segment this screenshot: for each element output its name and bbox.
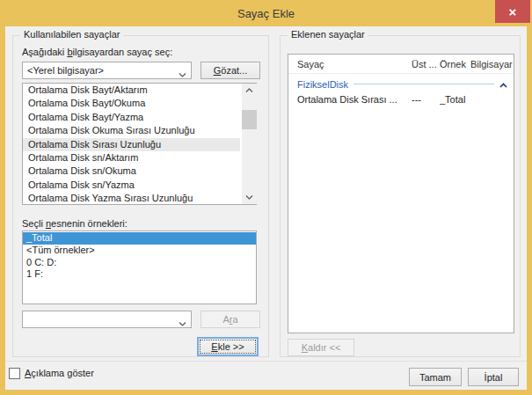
counter-list-item[interactable]: Ortalama Disk sn/Okuma: [23, 165, 240, 178]
column-header-computer[interactable]: Bilgisayar: [470, 59, 514, 69]
instances-label: Seçli nesnenin örnekleri:: [22, 218, 128, 229]
instance-list-item[interactable]: <Tüm örnekler>: [23, 245, 256, 257]
counters-listbox[interactable]: Ortalama Disk Bayt/AktarımOrtalama Disk …: [22, 83, 257, 205]
instance-list-item[interactable]: 1 F:: [23, 268, 256, 281]
scroll-down-icon[interactable]: [242, 191, 257, 204]
title-bar[interactable]: Sayaç Ekle ×: [0, 0, 532, 26]
computer-combobox-value: <Yerel bilgisayar>: [27, 65, 104, 76]
browse-button[interactable]: Gözat...: [200, 62, 260, 79]
added-counters-group: Eklenen sayaçlar Sayaç Üst ... Örnek Bil…: [280, 35, 521, 357]
add-button[interactable]: Ekle >>: [197, 337, 259, 356]
scrollbar-thumb[interactable]: [242, 110, 257, 129]
counter-list-item[interactable]: Ortalama Disk Bayt/Yazma: [23, 111, 240, 124]
counter-list-item[interactable]: Ortalama Disk Okuma Sırası Uzunluğu: [23, 124, 240, 137]
cell-parent: ---: [412, 94, 440, 105]
column-header-parent[interactable]: Üst ...: [412, 59, 440, 69]
close-icon: ×: [509, 5, 517, 18]
select-computer-label: Aşağıdaki bilgisayardan sayaç seç:: [22, 47, 172, 57]
counter-list-item[interactable]: Ortalama Disk Bayt/Aktarım: [23, 84, 240, 97]
footer-divider: [5, 361, 527, 362]
table-row[interactable]: Ortalama Disk Sırası ... --- _Total: [288, 91, 514, 106]
group-rule: [353, 84, 494, 84]
chevron-down-icon: [179, 318, 186, 328]
column-header-instance[interactable]: Örnek: [440, 59, 470, 69]
counter-list-item[interactable]: Ortalama Disk Bayt/Okuma: [23, 97, 240, 110]
chevron-down-icon: [179, 69, 186, 79]
dialog-content: Kullanılabilen sayaçlar Aşağıdaki bilgis…: [5, 26, 527, 390]
counter-list-item[interactable]: Ortalama Disk sn/Aktarım: [23, 151, 240, 165]
counter-list-item[interactable]: Ortalama Disk sn/Yazma: [23, 179, 240, 192]
show-description-label: Açıklama göster: [25, 368, 94, 378]
table-header-row: Sayaç Üst ... Örnek Bilgisayar: [288, 55, 514, 74]
remove-button[interactable]: Kaldır <<: [288, 339, 354, 356]
cell-counter: Ortalama Disk Sırası ...: [297, 94, 412, 105]
computer-combobox[interactable]: <Yerel bilgisayar>: [22, 62, 192, 79]
search-combobox[interactable]: [22, 311, 192, 328]
add-counter-dialog: Sayaç Ekle × Kullanılabilen sayaçlar Aşa…: [0, 0, 532, 395]
available-counters-group-label: Kullanılabilen sayaçlar: [20, 29, 123, 40]
counter-group-row[interactable]: FizikselDisk: [288, 77, 514, 91]
search-button[interactable]: Ara: [200, 311, 260, 328]
instance-list-item[interactable]: 0 C: D:: [23, 257, 256, 269]
collapse-icon[interactable]: [499, 79, 507, 90]
available-counters-group: Kullanılabilen sayaçlar Aşağıdaki bilgis…: [12, 35, 269, 357]
window-title: Sayaç Ekle: [237, 7, 295, 20]
show-description-checkbox[interactable]: [9, 368, 20, 379]
cell-instance: _Total: [440, 94, 470, 105]
added-counters-group-label: Eklenen sayaçlar: [288, 29, 368, 40]
instances-listbox[interactable]: _Total<Tüm örnekler>0 C: D:1 F:: [22, 230, 257, 304]
scroll-up-icon[interactable]: [242, 84, 257, 97]
counter-list-item[interactable]: Ortalama Disk Yazma Sırası Uzunluğu: [23, 192, 240, 205]
instance-list-item[interactable]: _Total: [23, 232, 256, 245]
close-button[interactable]: ×: [495, 0, 530, 23]
counters-scrollbar[interactable]: [242, 84, 257, 204]
cancel-button[interactable]: İptal: [468, 368, 519, 386]
column-header-counter[interactable]: Sayaç: [297, 59, 412, 69]
counter-group-name: FizikselDisk: [297, 79, 348, 90]
ok-button[interactable]: Tamam: [409, 368, 462, 386]
added-counters-table[interactable]: Sayaç Üst ... Örnek Bilgisayar FizikselD…: [288, 54, 514, 333]
counter-list-item[interactable]: Ortalama Disk Sırası Uzunluğu: [23, 138, 240, 151]
